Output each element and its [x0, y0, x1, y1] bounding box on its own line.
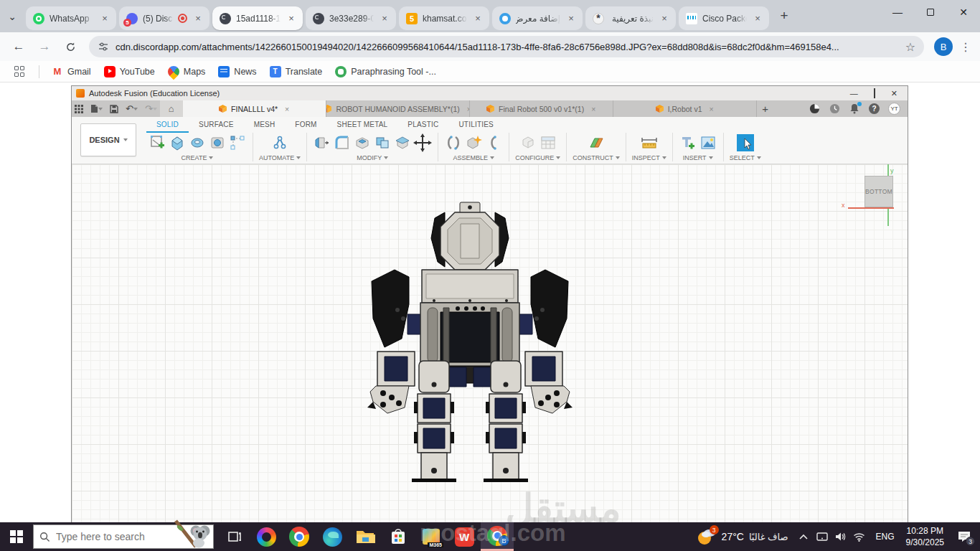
hole-icon[interactable] — [208, 133, 227, 153]
taskbar-file-explorer[interactable] — [349, 522, 382, 551]
tab-close-icon[interactable]: × — [379, 13, 390, 24]
taskbar-edge[interactable] — [316, 522, 349, 551]
tab-cisco-packet[interactable]: Cisco Packet × — [679, 6, 769, 30]
select-icon[interactable] — [733, 133, 758, 153]
tab-plastic[interactable]: PLASTIC — [397, 118, 448, 133]
minimize-button[interactable]: — — [881, 0, 914, 24]
search-input[interactable] — [56, 531, 171, 542]
tab-discord-attachment[interactable]: 15ad1118-17 × — [212, 6, 303, 30]
task-view-button[interactable] — [220, 522, 250, 551]
url-text[interactable]: cdn.discordapp.com/attachments/142266015… — [116, 42, 900, 52]
doc-tab-finallll[interactable]: FINALLLL v4* × — [183, 100, 326, 117]
doc-tab-close-icon[interactable]: × — [710, 105, 714, 113]
taskbar-chrome[interactable] — [283, 522, 316, 551]
tab-utilities[interactable]: UTILITIES — [448, 118, 503, 133]
workspace-selector[interactable]: DESIGN — [80, 123, 136, 156]
taskbar-chrome-profile-b[interactable]: B — [481, 522, 514, 551]
browser-menu-icon[interactable]: ⋮ — [957, 40, 974, 54]
forward-button[interactable]: → — [34, 36, 55, 57]
wifi-icon[interactable] — [852, 522, 867, 551]
insert-image-icon[interactable] — [699, 133, 717, 153]
reload-button[interactable] — [60, 36, 81, 57]
new-document-button[interactable]: + — [757, 100, 774, 117]
doc-tab-robot-humanoid[interactable]: ROBOT HUMANOID ASSEMBLY*(1) × — [326, 100, 470, 117]
as-built-joint-icon[interactable] — [484, 133, 503, 153]
pattern-icon[interactable] — [228, 133, 247, 153]
tab-discord-attachment-2[interactable]: 3e33e289-00 × — [306, 6, 396, 30]
home-icon[interactable]: ⌂ — [160, 100, 183, 117]
fusion-close-button[interactable]: ✕ — [891, 90, 897, 98]
apps-grid-icon[interactable] — [14, 66, 26, 77]
weather-widget[interactable]: 3 27°C صاف غالبًا — [691, 527, 793, 547]
bookmark-news[interactable]: News — [218, 66, 256, 77]
taskbar-m365[interactable]: M365 — [415, 522, 448, 551]
file-menu-icon[interactable] — [90, 104, 103, 113]
undo-icon[interactable]: ↶ — [126, 103, 138, 114]
back-button[interactable]: ← — [8, 36, 29, 57]
taskbar-search[interactable] — [33, 524, 214, 549]
combine-icon[interactable] — [373, 133, 392, 153]
tab-close-icon[interactable]: × — [752, 13, 763, 24]
tab-discord[interactable]: 5 (5) Disco × — [119, 6, 209, 30]
tab-search-chevron-icon[interactable]: ⌄ — [0, 11, 24, 22]
bookmark-gmail[interactable]: M Gmail — [52, 66, 91, 77]
fusion-canvas[interactable]: BOTTOM x y — [72, 164, 908, 522]
tab-solid[interactable]: SOLID — [146, 118, 189, 133]
automate-icon[interactable] — [270, 133, 289, 153]
fillet-icon[interactable] — [333, 133, 352, 153]
bookmark-star-icon[interactable]: ☆ — [905, 40, 915, 54]
doc-tab-close-icon[interactable]: × — [285, 105, 289, 113]
bookmark-youtube[interactable]: YouTube — [104, 66, 155, 77]
tab-sheet-metal[interactable]: SHEET METAL — [327, 118, 398, 133]
viewcube[interactable]: BOTTOM — [864, 176, 893, 207]
notifications-bell-icon[interactable] — [849, 103, 860, 115]
tab-chatgpt[interactable]: * نبذة تعريفية × — [585, 6, 676, 30]
volume-icon[interactable] — [833, 522, 849, 551]
insert-text-icon[interactable] — [679, 133, 697, 153]
tab-close-icon[interactable]: × — [286, 13, 297, 24]
address-bar[interactable]: cdn.discordapp.com/attachments/142266015… — [89, 36, 924, 57]
job-status-icon[interactable] — [809, 103, 820, 115]
create-sketch-icon[interactable] — [148, 133, 166, 153]
bookmark-paraphrasing-tool[interactable]: Paraphrasing Tool -... — [335, 66, 436, 77]
doc-tab-irobot[interactable]: I,Robot v1 × — [613, 100, 757, 117]
clock[interactable]: 10:28 PM 9/30/2025 — [900, 525, 950, 548]
press-pull-icon[interactable] — [313, 133, 331, 153]
taskbar-office-app[interactable] — [250, 522, 283, 551]
tab-mostaql-gallery[interactable]: إضافة معرض × — [492, 6, 583, 30]
shell-icon[interactable] — [353, 133, 372, 153]
notification-center-button[interactable]: 3 — [950, 522, 979, 551]
tab-khamsat[interactable]: 5 khamsat.com × — [399, 6, 489, 30]
joint-icon[interactable] — [444, 133, 463, 153]
split-body-icon[interactable] — [393, 133, 412, 153]
configuration-table-icon[interactable] — [539, 133, 557, 153]
redo-icon[interactable]: ↷ — [145, 103, 157, 114]
robot-model[interactable] — [366, 195, 574, 482]
doc-tab-close-icon[interactable]: × — [591, 105, 595, 113]
close-button[interactable]: ✕ — [947, 0, 980, 24]
bookmark-maps[interactable]: Maps — [168, 66, 206, 77]
language-indicator[interactable]: ENG — [870, 532, 900, 542]
save-icon[interactable] — [110, 105, 118, 113]
fusion-restore-button[interactable] — [874, 90, 875, 98]
extrude-icon[interactable] — [168, 133, 187, 153]
history-clock-icon[interactable] — [829, 103, 840, 115]
site-settings-icon[interactable] — [98, 41, 109, 52]
tab-close-icon[interactable]: × — [192, 13, 204, 24]
tray-chevron-icon[interactable] — [796, 522, 811, 551]
measure-icon[interactable] — [640, 133, 659, 153]
new-component-icon[interactable] — [464, 133, 483, 153]
construction-plane-icon[interactable] — [587, 133, 606, 153]
tab-surface[interactable]: SURFACE — [189, 118, 244, 133]
tab-close-icon[interactable]: × — [472, 13, 484, 24]
taskbar-store[interactable] — [382, 522, 415, 551]
tablet-mode-icon[interactable] — [814, 522, 830, 551]
fusion-minimize-button[interactable]: — — [850, 90, 858, 98]
bookmark-translate[interactable]: T Translate — [270, 66, 323, 77]
restore-button[interactable] — [914, 0, 947, 24]
tab-whatsapp[interactable]: WhatsApp × — [26, 6, 116, 30]
tab-close-icon[interactable]: × — [565, 13, 577, 24]
app-grid-icon[interactable] — [75, 105, 83, 113]
tab-close-icon[interactable]: × — [99, 13, 110, 24]
taskbar-wps[interactable]: W — [448, 522, 481, 551]
